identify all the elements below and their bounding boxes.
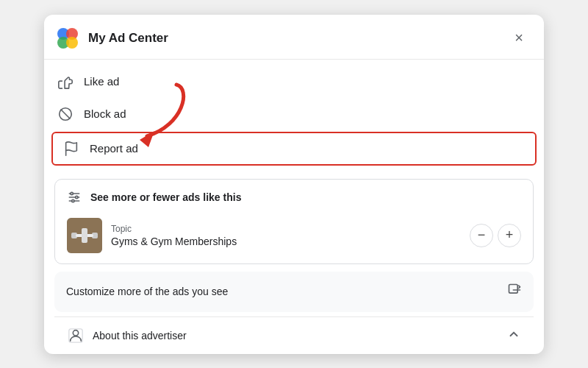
topic-name: Gyms & Gym Memberships — [111, 236, 470, 247]
increase-button[interactable]: + — [498, 224, 521, 247]
about-advertiser-label: About this advertiser — [93, 330, 187, 342]
customize-row[interactable]: Customize more of the ads you see — [54, 272, 534, 312]
flag-icon — [63, 141, 79, 157]
block-icon — [57, 106, 74, 122]
chevron-up-icon — [507, 328, 520, 344]
about-advertiser-row[interactable]: About this advertiser — [54, 316, 534, 354]
like-ad-item[interactable]: Like ad — [44, 66, 544, 98]
svg-point-11 — [71, 192, 73, 194]
topic-row: Topic Gyms & Gym Memberships − + — [55, 212, 533, 263]
svg-point-20 — [73, 330, 78, 335]
report-ad-item[interactable]: Report ad — [51, 132, 537, 166]
person-icon — [68, 328, 84, 344]
see-more-ads-title: See more or fewer ads like this — [90, 191, 241, 203]
see-more-ads-header: See more or fewer ads like this — [55, 180, 533, 212]
thumbsup-icon — [57, 74, 74, 90]
close-button[interactable]: × — [507, 26, 531, 50]
google-logo — [54, 25, 81, 52]
frequency-stepper: − + — [470, 224, 521, 247]
report-ad-label: Report ad — [90, 142, 138, 155]
panel-title: My Ad Center — [88, 31, 507, 46]
menu-section: Like ad Block ad Report ad — [44, 60, 544, 171]
decrease-button[interactable]: − — [470, 224, 493, 247]
see-more-ads-section: See more or fewer ads like this Topic Gy… — [54, 179, 534, 264]
block-ad-label: Block ad — [84, 107, 126, 120]
about-left-group: About this advertiser — [68, 328, 187, 344]
svg-point-3 — [66, 37, 78, 49]
sliders-icon — [67, 190, 82, 205]
topic-image — [67, 218, 102, 253]
customize-label: Customize more of the ads you see — [66, 286, 228, 297]
svg-point-12 — [76, 196, 78, 198]
svg-rect-19 — [509, 284, 518, 293]
svg-line-5 — [61, 109, 71, 118]
external-link-icon — [507, 283, 522, 301]
like-ad-label: Like ad — [84, 75, 119, 88]
panel-header: My Ad Center × — [44, 15, 544, 60]
ad-center-panel: My Ad Center × Like ad Block ad — [44, 15, 544, 354]
block-ad-item[interactable]: Block ad — [44, 98, 544, 130]
topic-label: Topic — [111, 224, 470, 234]
svg-rect-18 — [82, 228, 87, 243]
svg-point-13 — [72, 199, 74, 202]
topic-text-block: Topic Gyms & Gym Memberships — [111, 224, 470, 247]
